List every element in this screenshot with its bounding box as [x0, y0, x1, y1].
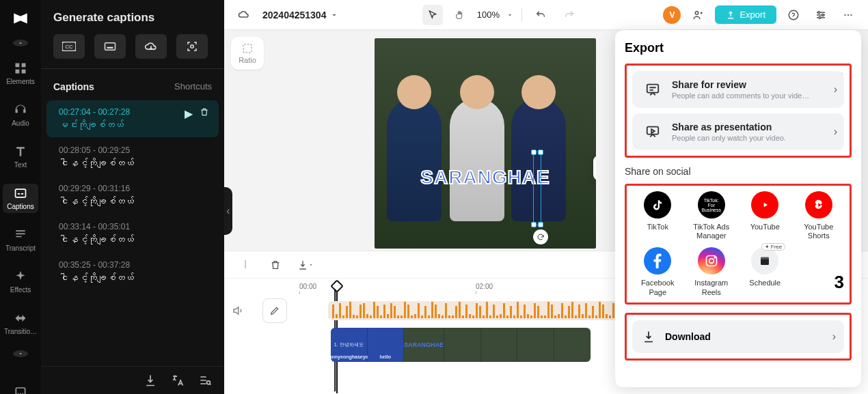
svg-point-21	[847, 14, 849, 15]
export-button[interactable]: Export	[715, 5, 776, 24]
tool-subtitle-icon[interactable]	[94, 34, 126, 59]
share-review-card[interactable]: Share for review People can add comments…	[632, 71, 844, 108]
svg-point-17	[818, 11, 820, 13]
export-title: Export	[625, 41, 852, 55]
rail-collapse-up[interactable]	[13, 40, 28, 46]
caption-play-icon[interactable]: ▶	[185, 107, 193, 120]
annotation-box-1: 1 Download ›	[625, 313, 852, 361]
svg-rect-35	[761, 257, 769, 259]
topbar: 202404251304 100% V Export	[224, 0, 868, 30]
text-cursor-icon[interactable]: I	[235, 255, 256, 275]
help-icon[interactable]	[783, 5, 804, 25]
video-thumb[interactable]	[444, 328, 481, 362]
ratio-button[interactable]: Ratio	[231, 37, 264, 70]
rail-elements[interactable]: Elements	[0, 59, 41, 88]
svg-rect-3	[22, 70, 26, 74]
caption-delete-icon[interactable]	[200, 107, 209, 120]
caption-item[interactable]: 00:35:25 - 00:37:28 ငါနင့်ကိုချစ်တယ်	[46, 253, 219, 290]
download-clip-icon[interactable]	[295, 255, 316, 275]
share-users-icon[interactable]	[688, 5, 708, 25]
social-youtube-shorts[interactable]: YouTube Shorts	[794, 191, 845, 240]
download-card[interactable]: Download ›	[632, 320, 844, 353]
video-thumb[interactable]: hello	[368, 328, 405, 362]
pencil-tool-icon[interactable]	[262, 298, 287, 323]
download-icon	[642, 330, 655, 343]
zoom-value[interactable]: 100%	[477, 10, 500, 20]
panel-collapse-handle[interactable]: ‹	[224, 187, 232, 235]
caption-item[interactable]: 00:29:29 - 00:31:16 ငါနင့်ကိုချစ်တယ်	[46, 177, 219, 214]
chevron-right-icon: ›	[834, 83, 837, 96]
hand-tool-icon[interactable]	[450, 5, 470, 25]
svg-rect-29	[647, 85, 659, 93]
social-facebook[interactable]: Facebook Page	[632, 247, 683, 296]
redo-icon[interactable]	[559, 5, 580, 25]
export-panel: Export 2 Share for review People can add…	[615, 30, 861, 387]
svg-rect-11	[105, 43, 116, 51]
social-schedule[interactable]: ✦ Free Schedule	[740, 247, 791, 296]
share-presentation-card[interactable]: Share as presentation People can only wa…	[632, 113, 844, 150]
youtube-shorts-icon	[805, 191, 832, 219]
svg-rect-1	[22, 64, 26, 68]
svg-point-18	[822, 14, 824, 16]
captions-panel: Generate captions CC Captions Shortcuts …	[41, 0, 224, 394]
translate-icon[interactable]	[171, 374, 185, 387]
review-icon	[642, 82, 664, 97]
chevron-right-icon: ›	[834, 126, 837, 138]
undo-icon[interactable]	[530, 5, 551, 25]
search-captions-icon[interactable]	[198, 374, 212, 387]
social-tiktok-ads[interactable]: TikTok: For Business TikTok Ads Manager	[686, 191, 737, 240]
tool-cloud-icon[interactable]	[135, 34, 167, 59]
download-captions-icon[interactable]	[144, 374, 157, 387]
delete-icon[interactable]	[265, 255, 286, 275]
chevron-right-icon: ›	[832, 330, 836, 343]
rail-collapse-down[interactable]	[13, 350, 28, 357]
settings-icon[interactable]	[811, 5, 831, 25]
zoom-controls: 100%	[422, 5, 513, 25]
rail-captions[interactable]: Captions	[3, 184, 38, 213]
rail-transitions[interactable]: Transitio…	[0, 309, 41, 338]
cloud-sync-icon[interactable]	[234, 5, 254, 25]
video-clip[interactable]: 1. 안녕하세요annyeonghaseyo hello SARANGHAE	[331, 328, 591, 362]
video-thumb[interactable]	[554, 328, 591, 362]
more-icon[interactable]	[838, 5, 858, 25]
caption-item[interactable]: 00:28:05 - 00:29:25 ငါနင့်ကိုချစ်တယ်	[46, 139, 219, 175]
user-avatar[interactable]: V	[663, 6, 681, 24]
video-thumb[interactable]	[481, 328, 518, 362]
svg-rect-4	[16, 189, 26, 197]
step-number: 3	[835, 272, 844, 293]
rail-transcript[interactable]: Transcript	[0, 225, 41, 255]
video-thumb[interactable]	[517, 328, 554, 362]
mute-track-icon[interactable]	[224, 305, 252, 317]
svg-point-15	[696, 11, 699, 14]
social-instagram[interactable]: Instagram Reels	[686, 247, 737, 296]
sync-overlay-icon[interactable]	[533, 229, 548, 244]
rail-effects[interactable]: Effects	[0, 267, 41, 296]
rail-audio[interactable]: Audio	[0, 100, 41, 130]
shortcuts-link[interactable]: Shortcuts	[174, 81, 212, 92]
left-rail: Elements Audio Text Captions Transcript …	[0, 0, 41, 394]
project-name[interactable]: 202404251304	[262, 10, 338, 20]
rail-text[interactable]: Text	[0, 142, 41, 171]
social-youtube[interactable]: YouTube	[740, 191, 791, 240]
tool-scan-icon[interactable]	[176, 34, 208, 59]
social-tiktok[interactable]: TikTok	[632, 191, 683, 240]
app-logo-icon[interactable]	[11, 10, 30, 27]
tool-cc-icon[interactable]: CC	[53, 34, 85, 59]
overlay-actions	[593, 156, 596, 180]
selection-box[interactable]	[533, 152, 541, 225]
svg-point-16	[789, 10, 798, 20]
presentation-icon	[642, 124, 664, 139]
video-preview[interactable]: SARANGHAE	[375, 38, 596, 249]
video-thumb[interactable]: 1. 안녕하세요annyeonghaseyo	[331, 328, 368, 362]
tiktok-icon	[644, 191, 671, 219]
rail-bottom[interactable]	[0, 382, 41, 394]
video-caption-overlay[interactable]: SARANGHAE	[420, 167, 550, 188]
caption-item[interactable]: 00:33:14 - 00:35:01 ငါနင့်ကိုချစ်တယ်	[46, 215, 219, 252]
captions-label: Captions	[53, 81, 94, 92]
video-thumb[interactable]: SARANGHAE	[404, 328, 444, 362]
main-area: 202404251304 100% V Export ‹	[224, 0, 868, 394]
caption-item[interactable]: 00:27:04 - 00:27:28 ▶ မင်းကိုချစ်တယ်	[46, 100, 219, 137]
svg-point-33	[714, 257, 716, 259]
cursor-tool-icon[interactable]	[422, 5, 443, 25]
copy-overlay-icon[interactable]	[593, 156, 596, 180]
